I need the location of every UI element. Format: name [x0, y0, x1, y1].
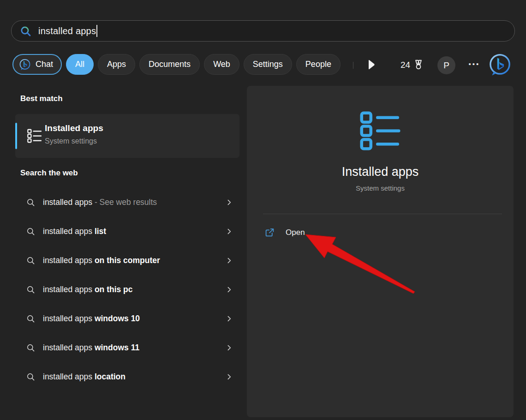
suggestion-text: installed apps on this pc [43, 285, 225, 294]
installed-apps-preview-icon [359, 111, 402, 150]
web-suggestions-list: installed apps - See web results install… [15, 188, 239, 391]
open-label: Open [286, 228, 305, 237]
filter-tab-chat-label: Chat [36, 60, 53, 69]
preview-subtitle: System settings [247, 184, 514, 192]
filter-tab-settings[interactable]: Settings [244, 54, 292, 75]
search-icon [26, 314, 35, 323]
best-match-result[interactable]: Installed apps System settings [15, 114, 239, 158]
rewards-medal-icon [412, 59, 424, 71]
chips-separator [353, 62, 353, 69]
filter-tab-chat[interactable]: Chat [12, 54, 62, 75]
filter-tab-web[interactable]: Web [204, 54, 239, 75]
chevron-right-icon[interactable] [225, 257, 233, 264]
chevron-right-icon[interactable] [225, 373, 233, 381]
preview-title: Installed apps [247, 165, 514, 179]
suggestion-text: installed apps - See web results [43, 198, 225, 207]
more-options-button[interactable]: ••• [465, 60, 484, 68]
chevron-right-icon[interactable] [225, 315, 233, 323]
suggestion-text: installed apps list [43, 227, 225, 236]
rewards-count: 24 [400, 60, 410, 70]
search-icon [26, 198, 35, 207]
search-icon [20, 25, 31, 37]
search-icon [26, 285, 35, 294]
web-suggestion-row[interactable]: installed apps - See web results [15, 188, 239, 217]
suggestion-text: installed apps windows 11 [43, 343, 225, 353]
expand-chips-icon[interactable] [368, 59, 375, 70]
selection-accent-bar [15, 123, 17, 149]
filter-tab-all[interactable]: All [66, 54, 94, 75]
filter-tab-documents[interactable]: Documents [139, 54, 200, 75]
web-suggestion-row[interactable]: installed apps on this pc [15, 275, 239, 304]
filter-tab-people[interactable]: People [296, 54, 341, 75]
user-avatar[interactable]: P [437, 56, 455, 74]
web-suggestion-row[interactable]: installed apps windows 11 [15, 333, 239, 362]
best-match-heading: Best match [20, 94, 63, 103]
suggestion-text: installed apps location [43, 372, 225, 382]
open-external-icon [265, 228, 275, 237]
windows-search-flyout: installed apps Chat AllAppsDocumentsWebS… [0, 0, 526, 420]
filter-tab-apps[interactable]: Apps [98, 54, 135, 75]
chevron-right-icon[interactable] [225, 198, 233, 206]
chevron-right-icon[interactable] [225, 344, 233, 352]
open-action[interactable]: Open [265, 228, 305, 237]
search-query-text: installed apps [38, 26, 96, 36]
web-suggestion-row[interactable]: installed apps windows 10 [15, 304, 239, 333]
filter-tabs: Chat AllAppsDocumentsWebSettingsPeople [12, 54, 341, 75]
best-match-subtitle: System settings [45, 137, 97, 145]
best-match-title: Installed apps [45, 123, 103, 133]
suggestion-text: installed apps on this computer [43, 256, 225, 265]
search-icon [26, 227, 35, 236]
installed-apps-icon [27, 129, 42, 143]
avatar-initial: P [443, 60, 449, 71]
bing-logo-icon[interactable] [487, 52, 513, 78]
preview-panel: Installed apps System settings Open [247, 86, 514, 417]
web-suggestion-row[interactable]: installed apps on this computer [15, 246, 239, 275]
search-icon [26, 372, 35, 381]
bing-chat-icon [18, 58, 31, 71]
suggestion-text: installed apps windows 10 [43, 314, 225, 324]
text-caret [96, 25, 97, 37]
panel-divider [263, 214, 502, 214]
search-icon [26, 256, 35, 265]
web-suggestion-row[interactable]: installed apps location [15, 362, 239, 391]
search-icon [26, 343, 35, 352]
search-input[interactable]: installed apps [11, 20, 515, 42]
rewards-indicator[interactable]: 24 [400, 59, 424, 71]
web-suggestion-row[interactable]: installed apps list [15, 217, 239, 246]
chevron-right-icon[interactable] [225, 228, 233, 235]
search-the-web-heading: Search the web [20, 168, 78, 178]
chevron-right-icon[interactable] [225, 286, 233, 294]
